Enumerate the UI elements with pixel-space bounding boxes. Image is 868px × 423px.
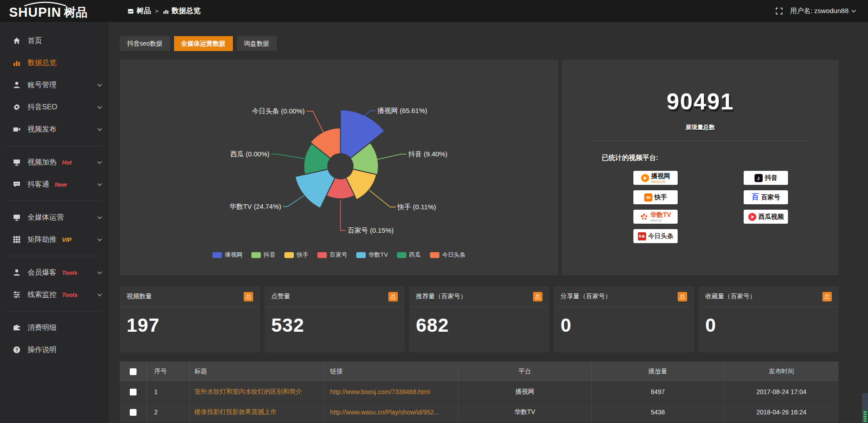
chevron-down-icon: [97, 271, 102, 274]
table-cell-plays: 5438: [592, 402, 724, 422]
video-title-link[interactable]: 室外水纹灯和室内水纹灯的区别和简介: [194, 388, 302, 396]
legend-item-kuaishou[interactable]: 快手: [284, 251, 308, 259]
platform-badge-douyin: ♪抖音: [744, 171, 788, 185]
platform-name: 抖音: [765, 174, 778, 182]
legend-swatch-baijiahao: [317, 252, 327, 258]
legend-swatch-kuaishou: [284, 252, 294, 258]
widget-bar: [863, 411, 867, 413]
stat-card-title: 分享量（百家号）: [561, 292, 611, 301]
legend-item-boosj[interactable]: 播视网: [212, 251, 242, 259]
floating-widget[interactable]: [862, 393, 868, 423]
stat-card-header: 视频数量总: [120, 286, 260, 307]
sidebar-item-douketong[interactable]: 抖客通New: [0, 174, 108, 194]
row-checkbox[interactable]: [130, 389, 137, 395]
nightingale-rose-chart: 播视网 (65.61%)抖音 (9.40%)快手 (0.11%)百家号 (0.1…: [120, 60, 558, 275]
legend-item-douyin[interactable]: 抖音: [251, 251, 275, 259]
sidebar-item-video-publish[interactable]: 视频发布: [0, 119, 108, 139]
total-badge[interactable]: 总: [533, 292, 542, 301]
stat-card-header: 推荐量（百家号）总: [409, 286, 549, 307]
widget-bar: [863, 416, 867, 417]
legend-label: 抖音: [264, 251, 275, 259]
sidebar-item-matrix-assist[interactable]: 矩阵助推VIP: [0, 230, 108, 249]
legend-swatch-toutiao: [430, 252, 439, 258]
chevron-down-icon: [97, 84, 102, 87]
table-cell-checkbox: [120, 402, 147, 422]
boosj-logo-icon: [641, 174, 649, 182]
legend-item-toutiao[interactable]: 今日头条: [430, 251, 466, 259]
legend-label: 今日头条: [442, 251, 466, 259]
sidebar-item-label: 首页: [28, 36, 42, 46]
tab-douyin-seo-data[interactable]: 抖音seo数据: [120, 36, 170, 51]
platform-badge-boosj: 播视网boosj.com: [633, 171, 678, 185]
tab-inquiry-data[interactable]: 询盘数据: [237, 36, 277, 51]
sidebar-item-video-boost[interactable]: 视频加热Hot: [0, 152, 108, 172]
row-checkbox[interactable]: [130, 409, 137, 416]
bars-icon: [13, 59, 21, 67]
total-badge[interactable]: 总: [678, 292, 687, 301]
pie-label-wasu: 华数TV (24.74%): [229, 202, 281, 210]
sidebar-item-media-operation[interactable]: 全媒体运营: [0, 207, 108, 227]
legend-item-baijiahao[interactable]: 百家号: [317, 251, 347, 259]
table-row: 2楼体投影灯投影效果震撼上市http://www.wasu.cn/Play/sh…: [120, 402, 839, 422]
sidebar-divider: [6, 256, 102, 256]
stat-card-value: 682: [416, 315, 549, 336]
stat-card-favorite-count: 收藏量（百家号）总0: [698, 286, 839, 352]
question-icon: ?: [13, 346, 21, 354]
sidebar: 首页数据总览账号管理抖音SEO视频发布视频加热Hot抖客通New全媒体运营矩阵助…: [0, 23, 108, 423]
stat-card-value: 0: [705, 315, 839, 336]
home-icon: [13, 37, 21, 45]
legend-item-xigua[interactable]: 西瓜: [397, 251, 421, 259]
chevron-down-icon: [97, 238, 102, 241]
sidebar-item-consume-detail[interactable]: 消费明细: [0, 318, 108, 338]
sidebar-tag-vip: VIP: [62, 236, 71, 243]
total-badge[interactable]: 总: [388, 292, 398, 301]
sidebar-item-data-overview[interactable]: 数据总览: [0, 53, 108, 73]
breadcrumb-home[interactable]: 树品: [127, 6, 151, 16]
tab-media-operation-data[interactable]: 全媒体运营数据: [174, 36, 233, 51]
select-all-checkbox[interactable]: [130, 368, 137, 375]
table-cell-checkbox: [120, 382, 147, 402]
table-cell-time: 2017-08-24 17:04: [724, 382, 839, 402]
video-title-link[interactable]: 楼体投影灯投影效果震撼上市: [194, 408, 277, 416]
table-cell-num: 1: [147, 382, 190, 402]
pie-label-douyin: 抖音 (9.40%): [408, 150, 448, 158]
platform-badge-baijiahao: 百百家号: [744, 190, 788, 204]
total-badge[interactable]: 总: [244, 292, 253, 301]
sidebar-item-label: 会员爆客: [28, 268, 57, 277]
pie-label-toutiao: 今日头条 (0.00%): [252, 107, 305, 115]
sidebar-item-lead-monitor[interactable]: 线索监控Tools: [0, 285, 108, 305]
video-url-link[interactable]: http://www.wasu.cn/Play/show/id/952...: [330, 409, 439, 416]
fullscreen-icon[interactable]: [775, 7, 783, 15]
sidebar-item-operation-guide[interactable]: ?操作说明: [0, 340, 108, 360]
table-cell-link: http://www.wasu.cn/Play/show/id/952...: [325, 402, 458, 422]
total-badge[interactable]: 总: [822, 292, 832, 301]
chevron-down-icon: [97, 293, 102, 296]
pie-slice-wasu[interactable]: [295, 169, 335, 208]
user-menu[interactable]: 用户名: zswodun88: [790, 7, 856, 15]
sidebar-item-douyin-seo[interactable]: 抖音SEO: [0, 97, 108, 117]
platform-badge-kuaishou: 8快手: [633, 190, 678, 204]
legend-item-wasu[interactable]: 华数TV: [356, 251, 388, 259]
sidebar-divider: [6, 201, 102, 201]
pie-label-kuaishou: 快手 (0.11%): [397, 203, 436, 211]
platform-domain: boosj.com: [651, 180, 666, 183]
sidebar-item-home[interactable]: 首页: [0, 31, 108, 51]
table-header-cell: 发布时间: [724, 362, 839, 381]
sidebar-item-member-burst[interactable]: 会员爆客Tools: [0, 263, 108, 282]
platform-name: 百家号: [761, 193, 780, 202]
stat-card-video-count: 视频数量总197: [120, 286, 260, 352]
sidebar-item-account-management[interactable]: 账号管理: [0, 75, 108, 95]
label-line-baijiahao: [340, 200, 346, 230]
chart-section: 播视网 (65.61%)抖音 (9.40%)快手 (0.11%)百家号 (0.1…: [120, 60, 839, 275]
video-url-link[interactable]: http://www.boosj.com/7338468.html: [330, 388, 430, 395]
platform-name: 快手: [655, 193, 667, 202]
sidebar-item-label: 全媒体运营: [28, 213, 64, 222]
breadcrumb-page[interactable]: 数据总览: [163, 6, 201, 16]
platform-badge-toutiao: 头条今日头条: [633, 229, 678, 243]
summary-divider: [592, 141, 809, 141]
sidebar-item-label: 操作说明: [28, 345, 57, 355]
pie-label-baijiahao: 百家号 (0.15%): [348, 226, 394, 234]
sidebar-divider: [6, 146, 102, 146]
table-cell-platform: 华数TV: [458, 402, 592, 422]
stat-card-header: 分享量（百家号）总: [554, 286, 694, 307]
